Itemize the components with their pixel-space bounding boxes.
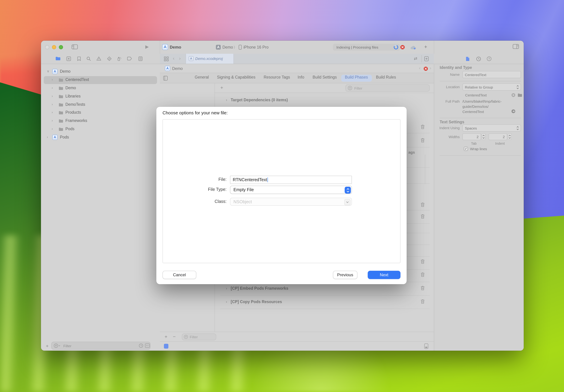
choose-folder-icon[interactable] — [518, 93, 522, 97]
editor-sidebar-toggle-icon[interactable] — [163, 76, 168, 81]
navigator-filter-field[interactable]: Filter — [51, 342, 151, 350]
navigator-item-products[interactable]: › Products — [41, 109, 160, 117]
build-phase-target-dependencies[interactable]: › Target Dependencies (0 items) — [215, 97, 434, 105]
build-error-badge-icon[interactable] — [400, 45, 405, 50]
issue-navigator-icon[interactable] — [96, 56, 101, 61]
navigator-item-demo-folder[interactable]: › Demo — [41, 84, 160, 92]
toggle-navigator-icon[interactable] — [71, 44, 78, 50]
project-navigator-icon[interactable] — [55, 56, 61, 61]
delete-build-phase-button[interactable] — [420, 286, 425, 290]
navigator-item-centeredtext[interactable]: › CenteredText — [41, 76, 160, 84]
disclosure-icon[interactable]: ∨ — [47, 69, 49, 73]
issue-error-badge-icon[interactable] — [424, 67, 428, 71]
help-inspector-icon[interactable]: ? — [487, 56, 491, 61]
toggle-inspector-icon[interactable] — [513, 44, 519, 49]
issue-back-icon[interactable]: ‹ — [419, 65, 421, 71]
delete-build-phase-button[interactable] — [420, 138, 425, 143]
close-window-button[interactable] — [45, 45, 49, 49]
navigator-item-pods-project[interactable]: › Pods — [41, 134, 160, 141]
delete-build-phase-button[interactable] — [420, 259, 425, 264]
name-field[interactable]: CenteredText — [462, 71, 521, 78]
simulator-device-icon[interactable] — [424, 343, 428, 349]
tab-build-rules[interactable]: Build Rules — [376, 75, 396, 79]
disclosure-icon[interactable]: › — [226, 300, 227, 304]
tab-width-field[interactable]: 2 — [462, 133, 481, 140]
breakpoint-navigator-icon[interactable] — [127, 56, 132, 61]
build-phases-filter-field[interactable]: Filter — [345, 84, 430, 92]
build-phase-embed-pods[interactable]: › [CP] Embed Pods Frameworks — [215, 285, 434, 293]
add-build-phase-button[interactable]: + — [220, 85, 223, 90]
navigator-item-demotests[interactable]: › DemoTests — [41, 101, 160, 109]
disclosure-icon[interactable]: › — [52, 94, 53, 98]
add-file-button[interactable]: + — [46, 343, 49, 349]
recent-files-clock-icon[interactable] — [139, 343, 143, 348]
go-back-icon[interactable]: ‹ — [173, 56, 174, 61]
navigator-item-frameworks[interactable]: › Frameworks — [41, 117, 160, 125]
zoom-window-button[interactable] — [59, 45, 63, 49]
disclosure-icon[interactable]: › — [52, 127, 53, 131]
editor-tab[interactable]: Demo.xcodeproj — [186, 54, 234, 64]
location-popup[interactable]: Relative to Group — [462, 83, 521, 91]
add-editor-plus-button[interactable]: + — [424, 44, 427, 50]
file-name-input[interactable]: RTNCenteredText — [230, 176, 352, 184]
disclosure-icon[interactable]: › — [52, 78, 53, 81]
tab-build-phases[interactable]: Build Phases — [345, 75, 368, 79]
cloud-status-icon[interactable] — [410, 45, 416, 50]
next-button[interactable]: Next — [368, 271, 400, 279]
scm-status-filter-icon[interactable] — [145, 343, 150, 348]
test-navigator-icon[interactable] — [107, 56, 111, 61]
file-type-popup[interactable]: Empty File — [230, 186, 352, 194]
swap-editor-icon[interactable]: ⇄ — [414, 56, 417, 61]
indent-using-popup[interactable]: Spaces — [462, 124, 521, 132]
targets-filter-field[interactable]: Filter — [182, 334, 216, 340]
scheme-name[interactable]: Demo — [222, 45, 233, 49]
tab-signing-capabilities[interactable]: Signing & Capabilities — [217, 75, 256, 79]
history-inspector-icon[interactable] — [476, 56, 481, 61]
disclosure-icon[interactable]: › — [52, 118, 53, 122]
delete-build-phase-button[interactable] — [420, 299, 425, 304]
indent-width-field[interactable]: 2 — [489, 133, 507, 140]
disclosure-icon[interactable]: › — [52, 110, 53, 114]
remove-target-button[interactable]: − — [173, 334, 176, 339]
run-button[interactable]: ▶ — [145, 44, 149, 49]
tab-resource-tags[interactable]: Resource Tags — [264, 75, 290, 79]
delete-build-phase-button[interactable] — [420, 272, 425, 277]
issue-forward-icon[interactable]: › — [430, 65, 431, 71]
tab-build-settings[interactable]: Build Settings — [313, 75, 337, 79]
find-navigator-icon[interactable] — [86, 56, 91, 61]
delete-build-phase-button[interactable] — [420, 202, 425, 207]
tab-info[interactable]: Info — [298, 75, 304, 79]
file-inspector-icon[interactable] — [466, 56, 470, 61]
tab-general[interactable]: General — [195, 75, 209, 79]
breadcrumb[interactable]: Demo — [172, 67, 183, 71]
open-path-arrow-icon[interactable] — [511, 109, 515, 113]
indent-width-stepper[interactable] — [508, 133, 512, 140]
disclosure-icon[interactable]: › — [226, 286, 227, 290]
navigator-item-demo-project[interactable]: ∨ Demo — [41, 68, 160, 76]
run-destination[interactable]: iPhone 16 Pro — [243, 45, 269, 49]
minimize-window-button[interactable] — [52, 45, 56, 49]
go-forward-icon[interactable]: › — [179, 56, 181, 61]
delete-build-phase-button[interactable] — [420, 214, 425, 219]
disclosure-icon[interactable]: › — [52, 102, 53, 106]
bookmarks-navigator-icon[interactable] — [77, 56, 81, 61]
disclosure-icon[interactable]: › — [52, 86, 53, 90]
disclosure-icon[interactable]: › — [47, 135, 48, 139]
disclosure-icon[interactable]: › — [226, 98, 227, 102]
debug-navigator-icon[interactable] — [117, 56, 122, 61]
navigator-item-libraries[interactable]: › Libraries — [41, 93, 160, 101]
report-navigator-icon[interactable] — [138, 56, 143, 61]
delete-build-phase-button[interactable] — [420, 124, 425, 129]
cancel-button[interactable]: Cancel — [163, 271, 196, 279]
source-control-navigator-icon[interactable] — [67, 56, 71, 61]
add-target-button[interactable]: + — [165, 334, 167, 339]
wrap-lines-checkbox[interactable]: ✓ — [464, 147, 468, 151]
build-phase-copy-pods[interactable]: › [CP] Copy Pods Resources — [215, 298, 434, 307]
class-combobox[interactable]: NSObject — [230, 198, 352, 206]
previous-button[interactable]: Previous — [333, 271, 358, 279]
add-editor-pane-icon[interactable] — [424, 56, 429, 61]
clear-location-icon[interactable] — [511, 93, 515, 97]
navigator-item-pods-folder[interactable]: › Pods — [41, 125, 160, 133]
tab-width-stepper[interactable] — [482, 133, 485, 140]
related-items-icon[interactable] — [164, 56, 169, 61]
